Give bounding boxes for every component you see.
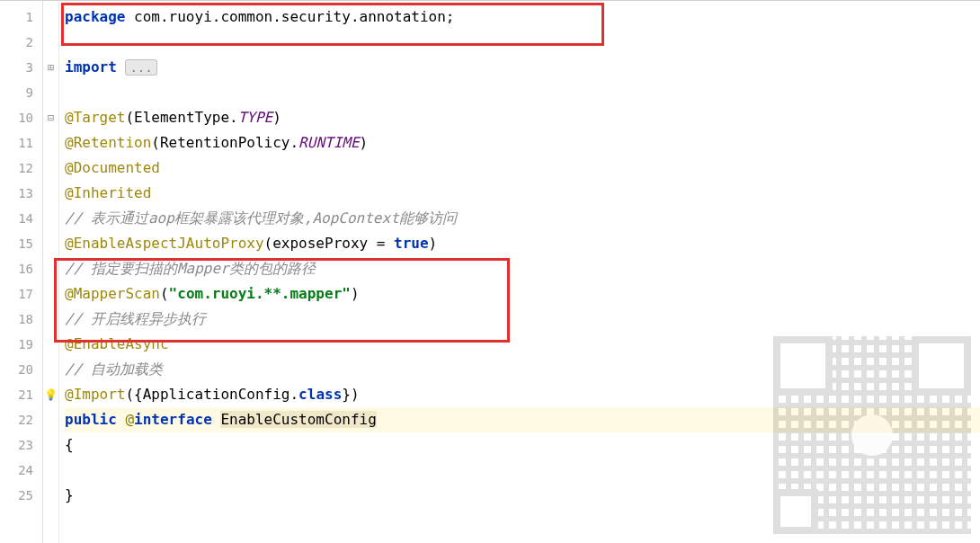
- line-number-gutter: 1 2 3 9 10 11 12 13 14 15 16 17 18 19 20…: [0, 1, 43, 543]
- line-number: 1: [0, 4, 42, 30]
- code-line: import ...: [65, 55, 980, 80]
- line-number: 12: [0, 156, 42, 181]
- line-number: 24: [0, 458, 42, 483]
- code-line: // 指定要扫描的Mapper类的包的路径: [65, 256, 980, 281]
- code-line: @MapperScan("com.ruoyi.**.mapper"): [65, 281, 980, 307]
- folded-region[interactable]: ...: [125, 59, 156, 76]
- code-editor[interactable]: 1 2 3 9 10 11 12 13 14 15 16 17 18 19 20…: [0, 0, 980, 543]
- line-number: 15: [0, 231, 42, 256]
- line-number: 17: [0, 281, 42, 307]
- lightbulb-icon[interactable]: [44, 387, 58, 401]
- line-number: 11: [0, 130, 42, 156]
- line-number: 3: [0, 55, 42, 80]
- line-number: 20: [0, 357, 42, 382]
- line-number: 14: [0, 206, 42, 231]
- line-number: 21: [0, 382, 42, 407]
- line-number: 9: [0, 80, 42, 105]
- code-line: @Target(ElementType.TYPE): [65, 105, 980, 130]
- code-line: @Documented: [65, 156, 980, 181]
- code-line: @EnableAspectJAutoProxy(exposeProxy = tr…: [65, 231, 980, 256]
- code-line: // 表示通过aop框架暴露该代理对象,AopContext能够访问: [65, 206, 980, 231]
- code-line: @Retention(RetentionPolicy.RUNTIME): [65, 130, 980, 156]
- line-number: 18: [0, 307, 42, 332]
- line-number: 23: [0, 432, 42, 458]
- qr-watermark: [773, 336, 971, 534]
- code-line: [65, 30, 980, 55]
- code-line: [65, 80, 980, 105]
- code-line: @Inherited: [65, 181, 980, 206]
- line-number: 13: [0, 181, 42, 206]
- code-area[interactable]: package com.ruoyi.common.security.annota…: [59, 1, 980, 543]
- line-number: 16: [0, 256, 42, 281]
- fold-expand-icon[interactable]: [48, 62, 54, 74]
- line-number: 19: [0, 332, 42, 357]
- code-line: // 开启线程异步执行: [65, 307, 980, 332]
- fold-gutter: [43, 1, 59, 543]
- line-number: 10: [0, 105, 42, 130]
- code-line: package com.ruoyi.common.security.annota…: [65, 4, 980, 30]
- line-number: 22: [0, 407, 42, 432]
- fold-collapse-icon[interactable]: [48, 112, 54, 124]
- line-number: 25: [0, 483, 42, 508]
- line-number: 2: [0, 30, 42, 55]
